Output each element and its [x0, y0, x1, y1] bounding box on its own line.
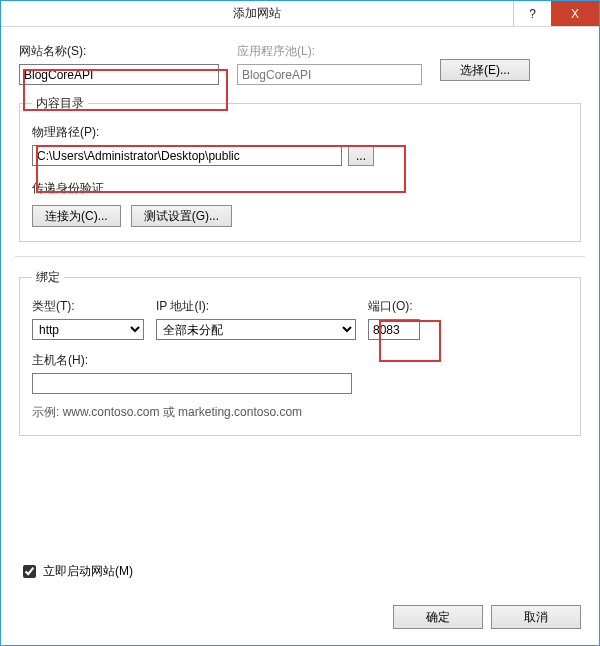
- title-bar: 添加网站 ? X: [1, 1, 599, 27]
- hostname-example: 示例: www.contoso.com 或 marketing.contoso.…: [32, 404, 568, 421]
- app-pool-label: 应用程序池(L):: [237, 43, 422, 60]
- app-pool-input: [237, 64, 422, 85]
- window-title: 添加网站: [1, 5, 513, 22]
- close-button[interactable]: X: [551, 1, 599, 26]
- hostname-label: 主机名(H):: [32, 352, 568, 369]
- start-immediately-label: 立即启动网站(M): [43, 563, 133, 580]
- cancel-button[interactable]: 取消: [491, 605, 581, 629]
- dialog-body: 网站名称(S): 应用程序池(L): 选择(E)... 内容目录 物理路径(P)…: [1, 27, 599, 645]
- binding-ip-select[interactable]: 全部未分配: [156, 319, 356, 340]
- help-button[interactable]: ?: [513, 1, 551, 26]
- test-settings-button[interactable]: 测试设置(G)...: [131, 205, 232, 227]
- dialog-buttons: 确定 取消: [393, 605, 581, 629]
- physical-path-label: 物理路径(P):: [32, 124, 568, 141]
- window-controls: ? X: [513, 1, 599, 26]
- binding-type-label: 类型(T):: [32, 298, 144, 315]
- select-app-pool-button[interactable]: 选择(E)...: [440, 59, 530, 81]
- binding-port-input[interactable]: [368, 319, 420, 340]
- start-immediately-checkbox[interactable]: [23, 565, 36, 578]
- separator: [15, 256, 585, 257]
- site-name-label: 网站名称(S):: [19, 43, 219, 60]
- physical-path-input[interactable]: [32, 145, 342, 166]
- site-name-input[interactable]: [19, 64, 219, 85]
- binding-ip-label: IP 地址(I):: [156, 298, 356, 315]
- start-immediately-row[interactable]: 立即启动网站(M): [19, 562, 133, 581]
- dialog-window: 添加网站 ? X 网站名称(S): 应用程序池(L): 选择(E)... 内容目…: [0, 0, 600, 646]
- binding-type-select[interactable]: http: [32, 319, 144, 340]
- binding-group: 绑定 类型(T): http IP 地址(I): 全部未分配 端口(O):: [19, 269, 581, 436]
- connect-as-button[interactable]: 连接为(C)...: [32, 205, 121, 227]
- pass-auth-label: 传递身份验证: [32, 180, 568, 197]
- binding-port-label: 端口(O):: [368, 298, 420, 315]
- content-directory-group: 内容目录 物理路径(P): ... 传递身份验证 连接为(C)... 测试设置(…: [19, 95, 581, 242]
- ok-button[interactable]: 确定: [393, 605, 483, 629]
- hostname-input[interactable]: [32, 373, 352, 394]
- binding-legend: 绑定: [32, 269, 64, 286]
- content-directory-legend: 内容目录: [32, 95, 88, 112]
- browse-path-button[interactable]: ...: [348, 145, 374, 166]
